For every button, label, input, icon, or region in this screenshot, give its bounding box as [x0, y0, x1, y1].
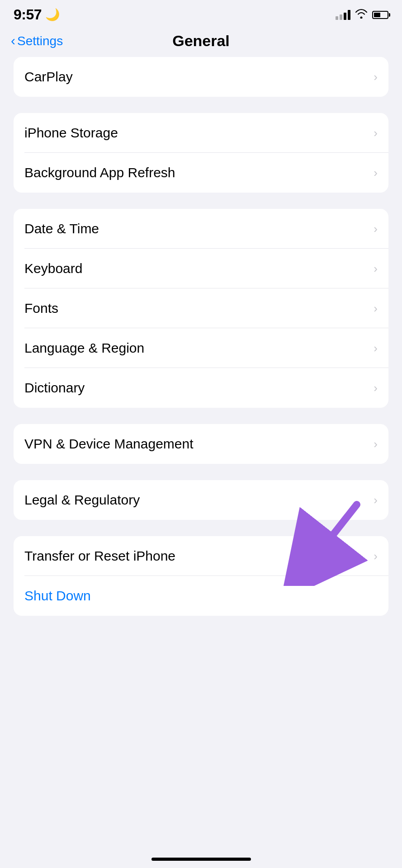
list-item[interactable]: Legal & Regulatory ›	[14, 480, 388, 520]
moon-icon: 🌙	[45, 8, 60, 22]
legal-label: Legal & Regulatory	[24, 492, 140, 508]
chevron-right-icon: ›	[374, 341, 378, 355]
list-item[interactable]: Dictionary ›	[14, 368, 388, 408]
chevron-right-icon: ›	[374, 222, 378, 236]
iphone-storage-label: iPhone Storage	[24, 125, 118, 141]
back-label: Settings	[17, 34, 63, 48]
chevron-right-icon: ›	[374, 549, 378, 563]
list-item[interactable]: Shut Down	[14, 576, 388, 616]
list-item[interactable]: VPN & Device Management ›	[14, 424, 388, 464]
storage-section: iPhone Storage › Background App Refresh …	[14, 113, 388, 193]
list-item[interactable]: Date & Time ›	[14, 209, 388, 249]
list-item[interactable]: Language & Region ›	[14, 328, 388, 368]
chevron-right-icon: ›	[374, 437, 378, 451]
chevron-right-icon: ›	[374, 302, 378, 316]
page-title: General	[172, 32, 230, 50]
back-chevron-icon: ‹	[11, 34, 15, 47]
status-time: 9:57	[14, 6, 42, 23]
list-item[interactable]: CarPlay ›	[14, 57, 388, 97]
chevron-right-icon: ›	[374, 381, 378, 395]
keyboard-label: Keyboard	[24, 261, 82, 276]
shutdown-label: Shut Down	[24, 588, 91, 604]
transfer-reset-section: Transfer or Reset iPhone › Shut Down	[14, 536, 388, 616]
language-region-label: Language & Region	[24, 340, 144, 356]
list-item[interactable]: Background App Refresh ›	[14, 153, 388, 193]
list-item[interactable]: iPhone Storage ›	[14, 113, 388, 153]
battery-icon	[372, 11, 388, 19]
chevron-right-icon: ›	[374, 70, 378, 84]
date-time-label: Date & Time	[24, 221, 99, 236]
legal-section: Legal & Regulatory ›	[14, 480, 388, 520]
transfer-reset-label: Transfer or Reset iPhone	[24, 548, 175, 564]
status-icons	[336, 9, 388, 21]
nav-bar: ‹ Settings General	[0, 28, 402, 57]
chevron-right-icon: ›	[374, 262, 378, 276]
wifi-icon	[355, 9, 368, 21]
content-area: CarPlay › iPhone Storage › Background Ap…	[0, 57, 402, 616]
bottom-area: Transfer or Reset iPhone › Shut Down	[14, 536, 388, 616]
carplay-label: CarPlay	[24, 69, 73, 85]
list-item[interactable]: Transfer or Reset iPhone ›	[14, 536, 388, 576]
fonts-label: Fonts	[24, 301, 58, 316]
vpn-label: VPN & Device Management	[24, 436, 194, 452]
language-section: Date & Time › Keyboard › Fonts › Languag…	[14, 209, 388, 408]
vpn-section: VPN & Device Management ›	[14, 424, 388, 464]
list-item[interactable]: Keyboard ›	[14, 249, 388, 288]
list-item[interactable]: Fonts ›	[14, 288, 388, 328]
chevron-right-icon: ›	[374, 493, 378, 507]
status-bar: 9:57 🌙	[0, 0, 402, 28]
chevron-right-icon: ›	[374, 126, 378, 140]
chevron-right-icon: ›	[374, 166, 378, 180]
home-indicator	[151, 858, 251, 861]
dictionary-label: Dictionary	[24, 380, 85, 396]
carplay-section: CarPlay ›	[14, 57, 388, 97]
back-button[interactable]: ‹ Settings	[11, 34, 63, 48]
background-refresh-label: Background App Refresh	[24, 165, 175, 180]
signal-icon	[336, 10, 350, 20]
